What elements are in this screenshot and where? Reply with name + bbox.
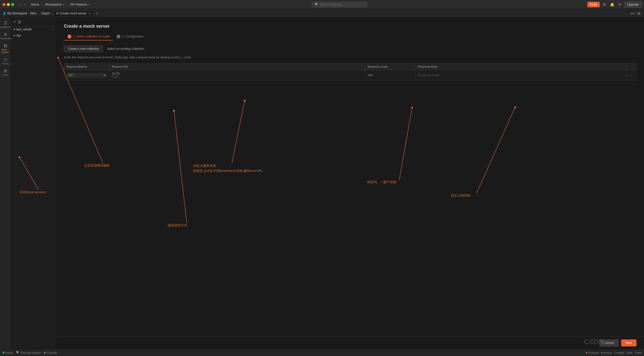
- search-small-icon: 🔍: [16, 351, 20, 354]
- search-input[interactable]: [320, 3, 365, 6]
- home-nav[interactable]: Home: [29, 2, 41, 7]
- method-cell: GET POST PUT DELETE PATCH: [64, 70, 109, 81]
- col-actions: [626, 63, 636, 70]
- environments-icon: ⊕: [4, 32, 7, 37]
- response-code-input[interactable]: [368, 73, 413, 77]
- steps-bar: 1 1. Select collection to mock 2 2. Conf…: [64, 33, 636, 41]
- history-icon: ◷: [4, 57, 7, 62]
- footer-buttons: Cancel Next: [56, 337, 644, 349]
- sidebar-panel-header: + ☰: [11, 18, 56, 26]
- runner-dot: [601, 352, 602, 353]
- tab-bar: ⚙ Create mock server ✕ +: [53, 10, 629, 16]
- sidebar-add-btn[interactable]: +: [13, 19, 16, 25]
- console-icon: ▶: [44, 351, 46, 354]
- sidebar-panel-test-retrofit[interactable]: test_retrofit •: [11, 26, 56, 32]
- upgrade-button[interactable]: Upgrade: [624, 2, 641, 8]
- url-cell[interactable]: {{url}}/: [109, 70, 365, 81]
- second-bar: 👤 My Workspace New Import ⚙ Create mock …: [0, 9, 644, 18]
- collections-icon: ☰: [4, 21, 7, 25]
- close-window-btn[interactable]: [3, 3, 6, 6]
- postpost-dot: [586, 352, 587, 353]
- sidebar-item-environments[interactable]: ⊕ Environments: [1, 30, 11, 41]
- sidebar-panel-api[interactable]: Api: [11, 32, 56, 38]
- online-dot: [3, 352, 4, 353]
- notifications-icon[interactable]: 🔔: [609, 2, 615, 7]
- workspace-label: 👤 My Workspace: [3, 12, 27, 15]
- sidebar-item-flows[interactable]: ⊞ Flows: [1, 67, 11, 78]
- sidebar-icons: ☰ Collections ⊕ Environments ⊟ Mock serv…: [0, 18, 11, 349]
- second-bar-right: Apis ⊞: [630, 11, 641, 16]
- online-status[interactable]: Online: [3, 351, 13, 354]
- bottom-bar: Online 🔍 Find and replace ▶ Console Post…: [0, 349, 644, 356]
- cookies-item[interactable]: Cookies: [614, 351, 624, 354]
- row-more-btn[interactable]: ···: [630, 73, 633, 77]
- page-title: Create a mock server: [64, 24, 636, 29]
- table-row: GET POST PUT DELETE PATCH {{url}}/: [64, 70, 636, 81]
- response-body-cell[interactable]: [415, 70, 626, 81]
- description-text: Enter the requests you want to mock. Opt…: [64, 56, 636, 59]
- main-layout: ☰ Collections ⊕ Environments ⊟ Mock serv…: [0, 18, 644, 349]
- response-code-cell[interactable]: [365, 70, 415, 81]
- step2-item[interactable]: 2 2. Configuration: [113, 33, 147, 41]
- top-bar-right: Invite ⚙ 🔔 ↻ Upgrade: [587, 2, 641, 8]
- response-body-input[interactable]: [418, 73, 624, 77]
- new-button[interactable]: New: [28, 11, 38, 16]
- col-response-body: Response Body: [415, 63, 626, 70]
- url-path-input[interactable]: [112, 75, 362, 79]
- find-replace-item[interactable]: 🔍 Find and replace: [16, 351, 41, 354]
- mock-server-tab[interactable]: ⚙ Create mock server ✕: [53, 10, 94, 16]
- import-button[interactable]: Import: [39, 11, 52, 16]
- sidebar-filter-btn[interactable]: ☰: [17, 19, 22, 24]
- vault-item[interactable]: Vault: [626, 351, 632, 354]
- workspaces-nav[interactable]: Workspaces ▾: [43, 2, 66, 7]
- search-icon: 🔍: [315, 3, 318, 6]
- minimize-window-btn[interactable]: [7, 3, 10, 6]
- nav-back-btn[interactable]: ‹: [18, 2, 21, 7]
- sidebar-item-collections[interactable]: ☰ Collections: [1, 19, 11, 30]
- mock-table: Request Method Request URL Response Code…: [64, 63, 636, 81]
- flows-icon: ⊞: [4, 68, 7, 73]
- method-select[interactable]: GET POST PUT DELETE PATCH: [67, 73, 107, 78]
- trash-item[interactable]: Trash: [634, 351, 641, 354]
- select-existing-collection-tab[interactable]: Select an existing collection: [103, 46, 148, 52]
- runner-item[interactable]: Runner: [601, 351, 612, 354]
- api-network-nav[interactable]: API Network ▾: [68, 2, 92, 7]
- layout-toggle-icon[interactable]: ⊞: [636, 11, 641, 16]
- main-content: Create a mock server 1 1. Select collect…: [56, 18, 644, 349]
- console-item[interactable]: ▶ Console: [44, 351, 57, 354]
- add-tab-button[interactable]: +: [94, 11, 99, 16]
- settings-icon[interactable]: ⚙: [602, 2, 607, 7]
- workspace-icon: 👤: [3, 12, 6, 15]
- top-bar: ‹ › Home Workspaces ▾ API Network ▾ 🔍 In…: [0, 0, 644, 9]
- maximize-window-btn[interactable]: [11, 3, 14, 6]
- sidebar-item-mock-servers[interactable]: ⊟ Mock servers: [1, 42, 11, 55]
- col-request-method: Request Method: [64, 63, 109, 70]
- actions-cell: ···: [626, 70, 636, 81]
- invite-button[interactable]: Invite: [587, 2, 600, 7]
- mock-server-container: Create a mock server 1 1. Select collect…: [56, 18, 644, 337]
- cancel-button[interactable]: Cancel: [600, 339, 619, 346]
- sidebar-panel-item-dot: •: [53, 28, 54, 31]
- sync-icon[interactable]: ↻: [617, 2, 622, 7]
- nav-forward-btn[interactable]: ›: [23, 2, 27, 7]
- sidebar-item-history[interactable]: ◷ History: [1, 56, 11, 66]
- traffic-lights: [3, 3, 14, 6]
- postpost-item[interactable]: Postpost: [586, 351, 599, 354]
- col-response-code: Response Code: [365, 63, 415, 70]
- col-request-url: Request URL: [109, 63, 365, 70]
- step1-item[interactable]: 1 1. Select collection to mock: [64, 33, 113, 41]
- search-bar: 🔍: [94, 2, 586, 7]
- collection-tabs: Create a new collection Select an existi…: [64, 46, 636, 52]
- url-prefix: {{url}}/: [112, 72, 120, 75]
- tab-icon: ⚙: [56, 12, 59, 15]
- tab-close-icon[interactable]: ✕: [89, 12, 91, 15]
- sidebar-panel: + ☰ test_retrofit • Api: [11, 18, 56, 349]
- mock-servers-icon: ⊟: [4, 43, 7, 48]
- create-new-collection-tab[interactable]: Create a new collection: [64, 46, 103, 52]
- next-button[interactable]: Next: [621, 339, 636, 346]
- postman-footer-tools: Postpost Runner Cookies Vault Trash: [586, 351, 641, 354]
